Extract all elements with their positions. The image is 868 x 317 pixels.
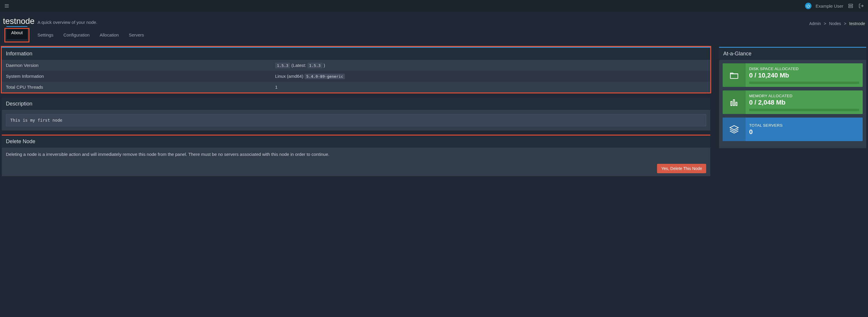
info-daemon-version-value: 1.5.3 (Latest: 1.5.3 ) <box>271 60 710 71</box>
table-row: System Information Linux (amd64) 5.4.0-8… <box>2 71 710 82</box>
delete-node-body: Deleting a node is a irreversible action… <box>2 148 710 161</box>
svg-rect-4 <box>848 6 853 8</box>
bar-chart-icon <box>723 90 746 114</box>
glance-servers-value: 0 <box>749 128 859 136</box>
information-table: Daemon Version 1.5.3 (Latest: 1.5.3 ) Sy… <box>2 60 710 92</box>
info-cpu-label: Total CPU Threads <box>2 82 271 92</box>
tab-allocation[interactable]: Allocation <box>99 29 120 41</box>
description-heading: Description <box>2 98 710 110</box>
glance-servers-label: TOTAL SERVERS <box>749 123 859 127</box>
page-subtitle: A quick overview of your node. <box>37 20 97 25</box>
table-row: Total CPU Threads 1 <box>2 82 710 92</box>
tab-settings[interactable]: Settings <box>36 29 55 41</box>
page-title: testnode <box>3 17 34 26</box>
glance-memory-label: MEMORY ALLOCATED <box>749 94 859 98</box>
menu-toggle-icon[interactable] <box>3 3 10 9</box>
glance-box: At-a-Glance DISK SPACE ALLOCATED 0 / 10,… <box>719 47 866 148</box>
information-heading: Information <box>2 48 710 60</box>
server-list-icon[interactable] <box>847 3 854 9</box>
info-cpu-value: 1 <box>271 82 710 92</box>
tab-configuration[interactable]: Configuration <box>62 29 91 41</box>
svg-rect-7 <box>733 100 735 106</box>
layers-icon <box>723 118 746 141</box>
logout-icon[interactable] <box>858 3 865 9</box>
glance-disk-label: DISK SPACE ALLOCATED <box>749 66 859 71</box>
tab-about-highlight: About <box>5 29 29 41</box>
folder-icon <box>723 63 746 87</box>
breadcrumb-current: testnode <box>849 21 865 26</box>
svg-rect-6 <box>731 102 732 106</box>
delete-node-heading: Delete Node <box>2 136 710 148</box>
power-icon[interactable] <box>805 3 811 9</box>
daemon-version-latest: 1.5.3 <box>308 63 322 68</box>
glance-disk-value: 0 / 10,240 Mb <box>749 71 859 79</box>
glance-memory-bar <box>749 109 859 111</box>
info-system-label: System Information <box>2 71 271 82</box>
svg-rect-8 <box>736 102 737 106</box>
tab-bar: About Settings Configuration Allocation … <box>0 29 868 41</box>
delete-node-box: Delete Node Deleting a node is a irrever… <box>2 135 710 176</box>
glance-card-memory: MEMORY ALLOCATED 0 / 2,048 Mb <box>723 90 863 114</box>
glance-card-disk: DISK SPACE ALLOCATED 0 / 10,240 Mb <box>723 63 863 87</box>
main-left-column: Information Daemon Version 1.5.3 (Latest… <box>2 47 710 180</box>
top-navbar: Example User <box>0 0 868 12</box>
svg-marker-9 <box>730 125 738 129</box>
glance-memory-value: 0 / 2,048 Mb <box>749 99 859 106</box>
info-system-value: Linux (amd64) 5.4.0-89-generic <box>271 71 710 82</box>
tab-servers[interactable]: Servers <box>128 29 145 41</box>
description-text: This is my first node <box>6 114 706 126</box>
breadcrumb-admin[interactable]: Admin <box>809 21 821 26</box>
delete-node-button[interactable]: Yes, Delete This Node <box>657 164 706 173</box>
glance-disk-bar <box>749 82 859 84</box>
system-kernel: 5.4.0-89-generic <box>305 74 345 79</box>
info-daemon-version-label: Daemon Version <box>2 60 271 71</box>
user-name[interactable]: Example User <box>816 3 843 8</box>
description-box: Description This is my first node <box>2 98 710 131</box>
svg-rect-3 <box>848 4 853 6</box>
breadcrumb: Admin > Nodes > testnode <box>809 21 865 26</box>
breadcrumb-nodes[interactable]: Nodes <box>829 21 841 26</box>
tab-about[interactable]: About <box>6 26 27 39</box>
page-header: testnode A quick overview of your node. … <box>0 12 868 29</box>
glance-column: At-a-Glance DISK SPACE ALLOCATED 0 / 10,… <box>719 47 866 180</box>
information-box: Information Daemon Version 1.5.3 (Latest… <box>2 47 710 92</box>
glance-card-servers: TOTAL SERVERS 0 <box>723 118 863 141</box>
daemon-version-current: 1.5.3 <box>275 63 290 68</box>
glance-heading: At-a-Glance <box>719 48 866 60</box>
table-row: Daemon Version 1.5.3 (Latest: 1.5.3 ) <box>2 60 710 71</box>
